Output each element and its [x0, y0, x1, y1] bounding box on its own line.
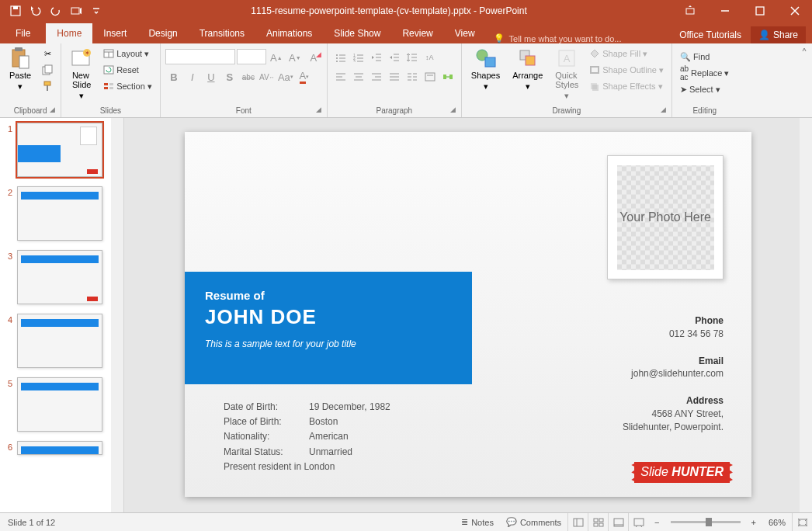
zoom-in-button[interactable]: + [745, 513, 762, 531]
italic-button[interactable]: I [184, 68, 201, 85]
tab-animations[interactable]: Animations [255, 23, 323, 43]
ribbon-options-icon[interactable] [672, 0, 707, 22]
tab-view[interactable]: View [444, 23, 486, 43]
photo-placeholder[interactable]: Your Photo Here [607, 155, 724, 279]
char-spacing-button[interactable]: AV↔ [259, 68, 276, 85]
font-size-combo[interactable] [237, 49, 266, 64]
share-button[interactable]: 👤 Share [751, 26, 806, 43]
sorter-view-button[interactable] [588, 513, 608, 531]
font-dialog-launcher[interactable]: ◢ [316, 106, 325, 115]
justify-button[interactable] [386, 68, 403, 85]
increase-font-button[interactable]: A▲ [268, 49, 285, 66]
text-direction-button[interactable]: ↕A [422, 49, 439, 66]
change-case-button[interactable]: Aa▾ [277, 68, 294, 85]
drawing-dialog-launcher[interactable]: ◢ [661, 106, 670, 115]
contact-block[interactable]: Phone 012 34 56 78 Email john@slidehunte… [623, 307, 724, 434]
thumbnail-5[interactable] [17, 377, 102, 432]
svg-rect-10 [45, 65, 52, 73]
thumbnail-3[interactable] [17, 250, 102, 304]
shapes-button[interactable]: Shapes▾ [467, 46, 505, 105]
arrange-button[interactable]: Arrange▾ [508, 46, 547, 105]
qat-customize-icon[interactable] [87, 2, 106, 20]
zoom-slider[interactable] [671, 521, 741, 523]
select-button[interactable]: ➤Select▾ [677, 82, 732, 97]
tell-me-search[interactable]: 💡 Tell me what you want to do... [486, 33, 630, 43]
tab-slideshow[interactable]: Slide Show [323, 23, 391, 43]
copy-button[interactable] [39, 62, 56, 78]
slideshow-view-button[interactable] [628, 513, 648, 531]
underline-button[interactable]: U [203, 68, 220, 85]
reading-view-button[interactable] [608, 513, 628, 531]
font-color-button[interactable]: A▾ [296, 68, 313, 85]
align-text-button[interactable] [422, 68, 439, 85]
tab-transitions[interactable]: Transitions [189, 23, 255, 43]
thumbnail-6[interactable] [17, 441, 102, 455]
decrease-font-button[interactable]: A▼ [286, 49, 304, 66]
tab-design[interactable]: Design [137, 23, 188, 43]
zoom-out-button[interactable]: − [648, 513, 665, 531]
format-painter-button[interactable] [39, 78, 56, 94]
thumbnail-4[interactable] [17, 314, 102, 368]
svg-rect-22 [109, 83, 113, 85]
align-center-button[interactable] [350, 68, 367, 85]
bold-button[interactable]: B [165, 68, 182, 85]
fit-to-window-button[interactable] [792, 513, 812, 531]
font-family-combo[interactable] [165, 49, 235, 64]
slide-counter[interactable]: Slide 1 of 12 [0, 518, 63, 527]
canvas-vertical-scrollbar[interactable] [800, 118, 812, 512]
paste-button[interactable]: Paste ▾ [5, 46, 36, 105]
reset-button[interactable]: Reset [100, 62, 155, 78]
group-drawing: Shapes▾ Arrange▾ A Quick Styles▾ Shape F… [462, 43, 672, 117]
columns-button[interactable] [404, 68, 421, 85]
strikethrough-button[interactable]: abc [240, 68, 257, 85]
normal-view-button[interactable] [567, 513, 588, 531]
quick-styles-button[interactable]: A Quick Styles▾ [550, 46, 583, 105]
thumbnail-1[interactable] [17, 123, 102, 177]
align-left-button[interactable] [332, 68, 349, 85]
section-button[interactable]: Section▾ [100, 78, 155, 94]
minimize-icon[interactable] [707, 0, 742, 22]
svg-point-28 [336, 61, 338, 62]
tab-insert[interactable]: Insert [92, 23, 137, 43]
numbering-button[interactable]: 123 [350, 49, 367, 66]
save-icon[interactable] [6, 2, 25, 20]
tab-file[interactable]: File [0, 23, 46, 43]
tab-home[interactable]: Home [46, 23, 92, 43]
thumbnail-2[interactable] [17, 186, 102, 241]
start-from-beginning-icon[interactable] [67, 2, 85, 20]
cut-button[interactable]: ✂ [39, 46, 56, 61]
thumbnails-scrollbar[interactable] [111, 118, 123, 512]
notes-button[interactable]: ≣Notes [455, 513, 500, 531]
new-slide-button[interactable]: ✶ New Slide ▾ [66, 46, 97, 105]
personal-details[interactable]: Date of Birth:19 December, 1982 Place of… [224, 400, 390, 474]
increase-indent-button[interactable] [386, 49, 403, 66]
zoom-level[interactable]: 66% [762, 513, 792, 531]
clipboard-dialog-launcher[interactable]: ◢ [50, 106, 59, 115]
scissors-icon: ✂ [44, 49, 51, 59]
replace-button[interactable]: abacReplace▾ [677, 65, 732, 81]
shape-fill-button[interactable]: Shape Fill▾ [586, 46, 667, 61]
shadow-button[interactable]: S [221, 68, 238, 85]
comments-button[interactable]: 💬Comments [500, 513, 567, 531]
clear-formatting-button[interactable]: A◢ [305, 49, 322, 66]
decrease-indent-button[interactable] [368, 49, 385, 66]
collapse-ribbon-icon[interactable]: ˄ [796, 43, 812, 117]
find-button[interactable]: 🔍Find [677, 49, 732, 64]
bullets-button[interactable] [332, 49, 349, 66]
maximize-icon[interactable] [742, 0, 777, 22]
line-spacing-button[interactable] [404, 49, 421, 66]
undo-icon[interactable] [26, 2, 45, 20]
align-right-button[interactable] [368, 68, 385, 85]
layout-button[interactable]: Layout▾ [100, 46, 155, 61]
close-icon[interactable] [777, 0, 812, 22]
smartart-button[interactable] [439, 68, 456, 85]
shape-outline-button[interactable]: Shape Outline▾ [586, 62, 667, 78]
slide-1[interactable]: Your Photo Here Resume of JOHN DOE This … [185, 132, 751, 497]
shape-effects-button[interactable]: Shape Effects▾ [586, 78, 667, 94]
title-block[interactable]: Resume of JOHN DOE This is a sample text… [185, 272, 472, 384]
tab-review[interactable]: Review [391, 23, 443, 43]
main-area: 1 2 3 4 5 6 Your Photo Here Resume of J [0, 118, 812, 512]
office-tutorials-link[interactable]: Office Tutorials [679, 30, 741, 40]
redo-icon[interactable] [47, 2, 65, 20]
paragraph-dialog-launcher[interactable]: ◢ [450, 106, 460, 115]
